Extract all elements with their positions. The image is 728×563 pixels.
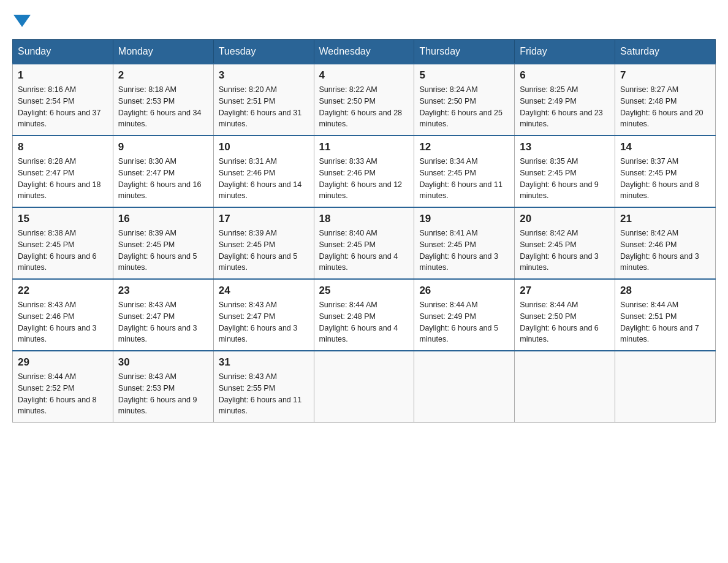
calendar-cell: 29 Sunrise: 8:44 AMSunset: 2:52 PMDaylig… [13, 351, 113, 423]
day-info: Sunrise: 8:44 AMSunset: 2:48 PMDaylight:… [319, 299, 409, 345]
calendar-cell: 1 Sunrise: 8:16 AMSunset: 2:54 PMDayligh… [13, 64, 113, 136]
calendar-cell: 31 Sunrise: 8:43 AMSunset: 2:55 PMDaylig… [213, 351, 314, 423]
day-number: 18 [319, 213, 409, 225]
calendar-cell [615, 351, 716, 423]
calendar-cell: 26 Sunrise: 8:44 AMSunset: 2:49 PMDaylig… [414, 279, 515, 351]
weekday-header-friday: Friday [515, 40, 615, 64]
calendar-cell: 6 Sunrise: 8:25 AMSunset: 2:49 PMDayligh… [515, 64, 615, 136]
weekday-header-wednesday: Wednesday [314, 40, 414, 64]
day-info: Sunrise: 8:43 AMSunset: 2:47 PMDaylight:… [118, 299, 208, 345]
day-info: Sunrise: 8:35 AMSunset: 2:45 PMDaylight:… [520, 156, 610, 202]
calendar-header-row: SundayMondayTuesdayWednesdayThursdayFrid… [13, 40, 716, 64]
day-number: 16 [118, 213, 208, 225]
day-info: Sunrise: 8:39 AMSunset: 2:45 PMDaylight:… [118, 228, 208, 274]
calendar-cell: 23 Sunrise: 8:43 AMSunset: 2:47 PMDaylig… [113, 279, 213, 351]
day-info: Sunrise: 8:38 AMSunset: 2:45 PMDaylight:… [18, 228, 108, 274]
day-info: Sunrise: 8:44 AMSunset: 2:51 PMDaylight:… [620, 299, 710, 345]
day-info: Sunrise: 8:28 AMSunset: 2:47 PMDaylight:… [18, 156, 108, 202]
day-number: 10 [219, 141, 309, 153]
calendar-cell: 21 Sunrise: 8:42 AMSunset: 2:46 PMDaylig… [615, 207, 716, 279]
calendar-cell: 28 Sunrise: 8:44 AMSunset: 2:51 PMDaylig… [615, 279, 716, 351]
day-number: 19 [419, 213, 509, 225]
day-info: Sunrise: 8:43 AMSunset: 2:53 PMDaylight:… [118, 371, 208, 417]
calendar-cell: 15 Sunrise: 8:38 AMSunset: 2:45 PMDaylig… [13, 207, 113, 279]
calendar-cell: 18 Sunrise: 8:40 AMSunset: 2:45 PMDaylig… [314, 207, 414, 279]
day-number: 6 [520, 69, 610, 82]
day-info: Sunrise: 8:43 AMSunset: 2:47 PMDaylight:… [219, 299, 309, 345]
weekday-header-sunday: Sunday [13, 40, 113, 64]
calendar-cell: 9 Sunrise: 8:30 AMSunset: 2:47 PMDayligh… [113, 136, 213, 207]
day-info: Sunrise: 8:27 AMSunset: 2:48 PMDaylight:… [620, 84, 710, 130]
day-info: Sunrise: 8:44 AMSunset: 2:50 PMDaylight:… [520, 299, 610, 345]
day-info: Sunrise: 8:40 AMSunset: 2:45 PMDaylight:… [319, 228, 409, 274]
day-number: 17 [219, 213, 309, 225]
day-info: Sunrise: 8:39 AMSunset: 2:45 PMDaylight:… [219, 228, 309, 274]
calendar-cell: 2 Sunrise: 8:18 AMSunset: 2:53 PMDayligh… [113, 64, 213, 136]
calendar-cell: 27 Sunrise: 8:44 AMSunset: 2:50 PMDaylig… [515, 279, 615, 351]
day-number: 7 [620, 69, 710, 82]
week-row-3: 15 Sunrise: 8:38 AMSunset: 2:45 PMDaylig… [13, 207, 716, 279]
calendar-cell [515, 351, 615, 423]
day-number: 31 [219, 356, 309, 369]
logo [12, 12, 31, 27]
calendar-cell: 7 Sunrise: 8:27 AMSunset: 2:48 PMDayligh… [615, 64, 716, 136]
day-number: 2 [118, 69, 208, 82]
week-row-5: 29 Sunrise: 8:44 AMSunset: 2:52 PMDaylig… [13, 351, 716, 423]
day-info: Sunrise: 8:16 AMSunset: 2:54 PMDaylight:… [18, 84, 108, 130]
day-number: 26 [419, 285, 509, 297]
day-info: Sunrise: 8:44 AMSunset: 2:52 PMDaylight:… [18, 371, 108, 417]
day-number: 11 [319, 141, 409, 153]
day-info: Sunrise: 8:43 AMSunset: 2:46 PMDaylight:… [18, 299, 108, 345]
day-number: 21 [620, 213, 710, 225]
day-info: Sunrise: 8:42 AMSunset: 2:46 PMDaylight:… [620, 228, 710, 274]
calendar-cell: 24 Sunrise: 8:43 AMSunset: 2:47 PMDaylig… [213, 279, 314, 351]
day-number: 13 [520, 141, 610, 153]
day-number: 24 [219, 285, 309, 297]
calendar-cell [414, 351, 515, 423]
day-number: 28 [620, 285, 710, 297]
day-number: 30 [118, 356, 208, 369]
day-info: Sunrise: 8:24 AMSunset: 2:50 PMDaylight:… [419, 84, 509, 130]
calendar-cell: 3 Sunrise: 8:20 AMSunset: 2:51 PMDayligh… [213, 64, 314, 136]
day-number: 25 [319, 285, 409, 297]
weekday-header-monday: Monday [113, 40, 213, 64]
day-info: Sunrise: 8:37 AMSunset: 2:45 PMDaylight:… [620, 156, 710, 202]
calendar-cell: 16 Sunrise: 8:39 AMSunset: 2:45 PMDaylig… [113, 207, 213, 279]
day-number: 4 [319, 69, 409, 82]
week-row-1: 1 Sunrise: 8:16 AMSunset: 2:54 PMDayligh… [13, 64, 716, 136]
day-info: Sunrise: 8:43 AMSunset: 2:55 PMDaylight:… [219, 371, 309, 417]
day-info: Sunrise: 8:25 AMSunset: 2:49 PMDaylight:… [520, 84, 610, 130]
calendar-cell: 20 Sunrise: 8:42 AMSunset: 2:45 PMDaylig… [515, 207, 615, 279]
calendar-table: SundayMondayTuesdayWednesdayThursdayFrid… [12, 39, 716, 423]
day-number: 3 [219, 69, 309, 82]
day-number: 20 [520, 213, 610, 225]
day-info: Sunrise: 8:22 AMSunset: 2:50 PMDaylight:… [319, 84, 409, 130]
day-number: 5 [419, 69, 509, 82]
day-info: Sunrise: 8:30 AMSunset: 2:47 PMDaylight:… [118, 156, 208, 202]
day-info: Sunrise: 8:31 AMSunset: 2:46 PMDaylight:… [219, 156, 309, 202]
calendar-cell: 11 Sunrise: 8:33 AMSunset: 2:46 PMDaylig… [314, 136, 414, 207]
day-info: Sunrise: 8:33 AMSunset: 2:46 PMDaylight:… [319, 156, 409, 202]
day-number: 23 [118, 285, 208, 297]
weekday-header-saturday: Saturday [615, 40, 716, 64]
day-info: Sunrise: 8:41 AMSunset: 2:45 PMDaylight:… [419, 228, 509, 274]
calendar-cell: 17 Sunrise: 8:39 AMSunset: 2:45 PMDaylig… [213, 207, 314, 279]
day-number: 9 [118, 141, 208, 153]
day-number: 27 [520, 285, 610, 297]
day-info: Sunrise: 8:44 AMSunset: 2:49 PMDaylight:… [419, 299, 509, 345]
calendar-cell: 13 Sunrise: 8:35 AMSunset: 2:45 PMDaylig… [515, 136, 615, 207]
calendar-cell: 4 Sunrise: 8:22 AMSunset: 2:50 PMDayligh… [314, 64, 414, 136]
calendar-cell [314, 351, 414, 423]
day-info: Sunrise: 8:20 AMSunset: 2:51 PMDaylight:… [219, 84, 309, 130]
day-number: 22 [18, 285, 108, 297]
page-header [12, 12, 716, 27]
calendar-cell: 14 Sunrise: 8:37 AMSunset: 2:45 PMDaylig… [615, 136, 716, 207]
calendar-cell: 5 Sunrise: 8:24 AMSunset: 2:50 PMDayligh… [414, 64, 515, 136]
calendar-cell: 30 Sunrise: 8:43 AMSunset: 2:53 PMDaylig… [113, 351, 213, 423]
day-number: 15 [18, 213, 108, 225]
calendar-cell: 25 Sunrise: 8:44 AMSunset: 2:48 PMDaylig… [314, 279, 414, 351]
logo-arrow-icon [13, 15, 31, 27]
calendar-cell: 19 Sunrise: 8:41 AMSunset: 2:45 PMDaylig… [414, 207, 515, 279]
weekday-header-tuesday: Tuesday [213, 40, 314, 64]
week-row-4: 22 Sunrise: 8:43 AMSunset: 2:46 PMDaylig… [13, 279, 716, 351]
